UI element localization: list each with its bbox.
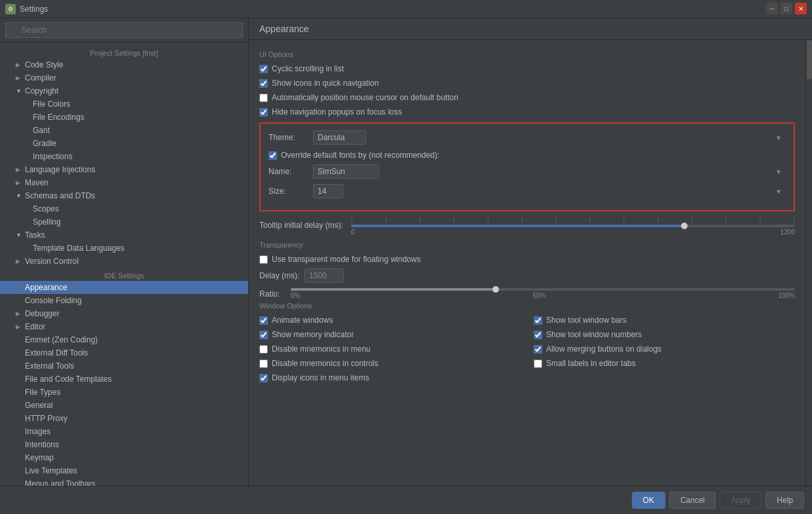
window-options-right: Show tool window bars Show tool window n…: [534, 315, 795, 387]
dialog-footer: OK Cancel Apply Help: [0, 486, 812, 514]
sidebar-item-compiler[interactable]: ▶ Compiler: [0, 71, 248, 84]
theme-row: Theme: Darcula IntelliJ Windows ▼: [268, 130, 786, 145]
theme-dropdown-icon: ▼: [775, 134, 782, 141]
apply-button[interactable]: Apply: [720, 492, 762, 509]
sidebar-item-file-encodings[interactable]: File Encodings: [0, 111, 248, 124]
transparent-mode-row: Use transparent mode for floating window…: [259, 254, 795, 265]
override-fonts-label: Override default fonts by (not recommend…: [281, 151, 439, 160]
sidebar-item-gradle[interactable]: Gradle: [0, 137, 248, 150]
font-size-select[interactable]: 10111213 1415161820: [313, 184, 343, 198]
display-icons-checkbox[interactable]: [259, 374, 268, 382]
ratio-label: Ratio:: [259, 289, 286, 299]
sidebar-item-spelling[interactable]: Spelling: [0, 215, 248, 229]
transparency-label: Transparency: [259, 241, 795, 249]
sidebar-item-version-control[interactable]: ▶ Version Control: [0, 255, 248, 268]
sidebar-item-http-proxy[interactable]: HTTP Proxy: [0, 412, 248, 425]
ratio-mid-label: 50%: [532, 292, 545, 299]
cancel-button[interactable]: Cancel: [669, 492, 716, 509]
animate-windows-checkbox[interactable]: [259, 316, 268, 325]
ratio-slider[interactable]: [291, 288, 795, 291]
arrow-icon: ▶: [16, 179, 22, 186]
mnemonics-menu-label: Disable mnemonics in menu: [272, 344, 371, 354]
titlebar: ⚙ Settings ─ □ ✕: [0, 0, 812, 18]
arrow-icon: ▼: [16, 193, 22, 199]
merge-buttons-checkbox[interactable]: [534, 345, 542, 354]
hide-navigation-checkbox[interactable]: [259, 108, 268, 117]
search-wrapper: 🔍: [5, 22, 243, 38]
content-header: Appearance: [249, 18, 812, 40]
sidebar-item-live-templates[interactable]: Live Templates: [0, 464, 248, 477]
sidebar-item-debugger[interactable]: ▶ Debugger: [0, 307, 248, 320]
memory-indicator-label: Show memory indicator: [272, 330, 354, 339]
transparent-mode-label: Use transparent mode for floating window…: [272, 255, 420, 264]
sidebar-item-appearance[interactable]: Appearance: [0, 281, 248, 294]
delay-input[interactable]: [304, 268, 344, 283]
font-name-select-wrapper: SimSun Arial Consolas Courier New Monosp…: [313, 164, 786, 179]
hide-navigation-label: Hide navigation popups on focus loss: [272, 107, 402, 117]
mnemonics-controls-label: Disable mnemonics in controls: [272, 359, 378, 368]
mnemonics-controls-row: Disable mnemonics in controls: [259, 358, 521, 369]
sidebar-item-copyright[interactable]: ▼ Copyright: [0, 84, 248, 98]
maximize-button[interactable]: □: [781, 3, 792, 14]
tooltip-max-label: 1200: [781, 229, 795, 236]
tool-window-bars-checkbox[interactable]: [534, 316, 542, 325]
sidebar-item-images[interactable]: Images: [0, 425, 248, 438]
override-fonts-checkbox[interactable]: [268, 151, 277, 160]
cyclic-scrolling-checkbox[interactable]: [259, 65, 268, 73]
window-title: Settings: [20, 5, 48, 14]
tool-window-numbers-checkbox[interactable]: [534, 331, 542, 339]
app-icon: ⚙: [5, 4, 16, 14]
sidebar-item-language-injections[interactable]: ▶ Language Injections: [0, 163, 248, 176]
sidebar-item-console-folding[interactable]: Console Folding: [0, 294, 248, 307]
show-icons-checkbox[interactable]: [259, 79, 268, 88]
mnemonics-menu-checkbox[interactable]: [259, 345, 268, 354]
small-labels-row: Small labels in editor tabs: [534, 358, 795, 369]
help-button[interactable]: Help: [766, 492, 804, 509]
sidebar-item-external-tools[interactable]: External Tools: [0, 359, 248, 373]
sidebar-item-code-style[interactable]: ▶ Code Style: [0, 58, 248, 71]
tooltip-slider-labels: 0 1200: [351, 229, 795, 236]
theme-select[interactable]: Darcula IntelliJ Windows: [313, 130, 366, 145]
sidebar-item-editor[interactable]: ▶ Editor: [0, 320, 248, 333]
project-section-header: Project Settings [frist]: [0, 45, 248, 58]
mnemonics-controls-checkbox[interactable]: [259, 359, 268, 368]
sidebar-item-inspections[interactable]: Inspections: [0, 150, 248, 163]
sidebar-item-general[interactable]: General: [0, 399, 248, 412]
sidebar-item-schemas[interactable]: ▼ Schemas and DTDs: [0, 189, 248, 202]
tool-window-bars-label: Show tool window bars: [546, 316, 627, 325]
scrollbar-thumb[interactable]: [807, 40, 812, 79]
theme-font-box: Theme: Darcula IntelliJ Windows ▼: [259, 122, 795, 211]
transparent-mode-checkbox[interactable]: [259, 255, 268, 264]
content-scrollbar[interactable]: [805, 40, 812, 486]
sidebar-item-maven[interactable]: ▶ Maven: [0, 176, 248, 189]
sidebar-item-external-diff[interactable]: External Diff Tools: [0, 346, 248, 359]
sidebar-item-keymap[interactable]: Keymap: [0, 451, 248, 464]
font-name-select[interactable]: SimSun Arial Consolas Courier New Monosp…: [313, 164, 379, 179]
tool-window-numbers-row: Show tool window numbers: [534, 329, 795, 340]
sidebar-item-gant[interactable]: Gant: [0, 124, 248, 137]
sidebar-item-file-code-templates[interactable]: File and Code Templates: [0, 373, 248, 386]
small-labels-checkbox[interactable]: [534, 359, 542, 368]
sidebar-item-emmet[interactable]: Emmet (Zen Coding): [0, 333, 248, 346]
sidebar-item-template-data-languages[interactable]: Template Data Languages: [0, 242, 248, 255]
tooltip-slider-track[interactable]: [351, 225, 795, 227]
arrow-icon: ▶: [16, 62, 22, 68]
memory-indicator-checkbox[interactable]: [259, 331, 268, 339]
minimize-button[interactable]: ─: [766, 3, 778, 14]
sidebar-item-tasks[interactable]: ▼ Tasks: [0, 229, 248, 242]
arrow-icon: ▼: [16, 232, 22, 238]
close-button[interactable]: ✕: [795, 3, 807, 14]
auto-position-label: Automatically position mouse cursor on d…: [272, 93, 458, 102]
sidebar-item-file-types[interactable]: File Types: [0, 386, 248, 399]
auto-position-checkbox[interactable]: [259, 94, 268, 102]
theme-label: Theme:: [268, 133, 308, 142]
sidebar-item-menus-toolbars[interactable]: Menus and Toolbars: [0, 477, 248, 486]
sidebar-item-intentions[interactable]: Intentions: [0, 438, 248, 451]
search-input[interactable]: [5, 22, 243, 38]
font-name-label: Name:: [268, 167, 308, 176]
window-options-grid: Animate windows Show memory indicator Di…: [259, 315, 795, 387]
sidebar-item-file-colors[interactable]: File Colors: [0, 98, 248, 111]
ok-button[interactable]: OK: [632, 492, 665, 509]
arrow-icon: ▶: [16, 166, 22, 173]
sidebar-item-scopes[interactable]: Scopes: [0, 202, 248, 215]
